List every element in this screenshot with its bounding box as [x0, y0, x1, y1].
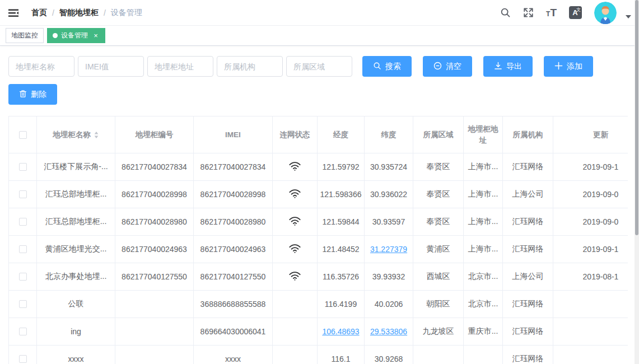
- cell-lat: 30.93597: [365, 208, 413, 236]
- column-header-name[interactable]: 地埋柜名称: [37, 116, 115, 153]
- translate-icon[interactable]: [569, 6, 582, 19]
- cell-text: 121.59844: [322, 217, 359, 226]
- cell-text: 汇珏网络: [512, 299, 544, 309]
- cell-text: 公联: [68, 299, 84, 309]
- cell-region: 奉贤区: [413, 208, 464, 236]
- chevron-down-icon[interactable]: [626, 15, 631, 18]
- column-label: 地埋柜名称: [53, 129, 91, 141]
- cell-lng: 121.59844: [318, 208, 365, 236]
- search-icon: [373, 62, 381, 72]
- cell-text: 2019-08-1: [583, 272, 619, 281]
- coordinate-link[interactable]: 31.227379: [370, 245, 407, 254]
- device-table: 地埋柜名称地埋柜编号IMEI连网状态经度纬度所属区域地埋柜地址所属机构更新 汇珏…: [8, 116, 628, 364]
- column-label: 所属机构: [513, 129, 543, 141]
- cell-text: 116.1: [332, 354, 351, 363]
- clear-button[interactable]: 清空: [423, 56, 472, 77]
- export-button[interactable]: 导出: [483, 56, 533, 77]
- avatar[interactable]: [594, 2, 617, 24]
- select-all-checkbox[interactable]: [19, 131, 27, 139]
- cell-text: 汇珏总部地埋柜...: [45, 217, 107, 227]
- column-header-online: 连网状态: [273, 116, 318, 153]
- cell-imei: 869664030006041: [194, 318, 273, 346]
- sort-icon[interactable]: [94, 131, 99, 139]
- cell-name: 汇珏总部地埋柜...: [37, 208, 115, 236]
- coordinate-link[interactable]: 29.533806: [370, 327, 407, 336]
- navbar-actions: [500, 2, 631, 24]
- add-button[interactable]: 添加: [544, 56, 593, 77]
- vertical-scrollbar[interactable]: [635, 0, 639, 364]
- row-checkbox[interactable]: [19, 328, 27, 335]
- scrollbar-thumb[interactable]: [635, 0, 638, 235]
- cell-lng: 121.48452: [318, 236, 365, 263]
- font-size-icon[interactable]: [546, 7, 557, 18]
- cell-text: 30.9268: [375, 354, 403, 363]
- cell-lat: 30.9268: [365, 346, 413, 364]
- cell-imei: 862177040024963: [194, 236, 273, 263]
- minus-circle-icon: [433, 62, 442, 72]
- row-checkbox[interactable]: [19, 218, 27, 226]
- breadcrumb-home[interactable]: 首页: [31, 8, 47, 18]
- cell-text: 862177040027834: [200, 162, 266, 171]
- coordinate-link[interactable]: 106.48693: [322, 327, 359, 336]
- cabinet-address-input[interactable]: [147, 56, 213, 77]
- table-row: 北京办事处地埋...862177040127550862177040127550…: [9, 263, 628, 291]
- row-checkbox[interactable]: [19, 245, 27, 253]
- cell-org: 汇珏网络: [503, 346, 553, 364]
- tab-device-management[interactable]: 设备管理: [47, 28, 105, 43]
- cell-text: 862177040024963: [122, 245, 187, 254]
- cell-code: 862177040127550: [115, 263, 194, 291]
- cell-address: [464, 346, 503, 364]
- search-button[interactable]: 搜索: [362, 56, 412, 77]
- cell-org: 汇珏网络: [503, 236, 553, 263]
- region-input[interactable]: [286, 56, 352, 77]
- imei-input[interactable]: [78, 56, 144, 77]
- cell-text: 奉贤区: [427, 189, 450, 199]
- cell-name: ing: [37, 318, 115, 346]
- search-icon[interactable]: [500, 7, 511, 18]
- cell-online: [273, 208, 318, 236]
- cell-lat: 30.935724: [365, 153, 413, 181]
- cell-text: 上海公司: [512, 189, 544, 199]
- column-header-region: 所属区域: [413, 116, 464, 153]
- breadcrumb-module[interactable]: 智能地埋柜: [59, 8, 99, 18]
- row-checkbox[interactable]: [19, 190, 27, 198]
- organization-input[interactable]: [217, 56, 283, 77]
- cell-address: 上海市...: [464, 181, 503, 208]
- cell-text: 重庆市...: [468, 326, 498, 337]
- row-checkbox[interactable]: [19, 163, 27, 171]
- cabinet-name-input[interactable]: [8, 56, 74, 77]
- cell-address: 上海市...: [464, 236, 503, 263]
- cell-text: 奉贤区: [427, 162, 450, 172]
- cell-text: 汇珏网络: [512, 354, 544, 364]
- cell-name: 公联: [37, 291, 115, 318]
- cell-lat: 31.227379: [365, 236, 413, 263]
- cell-text: 北京市...: [468, 272, 498, 282]
- cell-text: 北京办事处地埋...: [45, 272, 107, 282]
- cell-online: [273, 346, 318, 364]
- cell-text: 121.598366: [320, 190, 362, 199]
- filter-row: 搜索 清空 导出: [8, 56, 631, 77]
- clear-button-label: 清空: [446, 62, 461, 72]
- cell-org: 汇珏网络: [503, 153, 553, 181]
- row-checkbox[interactable]: [19, 355, 27, 363]
- row-checkbox[interactable]: [19, 273, 27, 281]
- cell-region: 奉贤区: [413, 181, 464, 208]
- cell-imei: 862177040027834: [194, 153, 273, 181]
- cell-text: 121.59792: [322, 162, 359, 171]
- download-icon: [494, 62, 502, 72]
- close-icon[interactable]: [92, 32, 100, 40]
- column-header-address: 地埋柜地址: [464, 116, 503, 153]
- cell-text: 上海市...: [468, 217, 498, 227]
- row-checkbox[interactable]: [19, 300, 27, 308]
- cell-text: 40.0206: [375, 300, 403, 309]
- delete-button[interactable]: 删除: [8, 84, 57, 105]
- cell-name: xxxx: [37, 346, 115, 364]
- cell-text: ing: [71, 327, 81, 336]
- cell-text: 西城区: [427, 272, 450, 282]
- tab-map-monitor[interactable]: 地图监控: [6, 28, 44, 43]
- column-header-select: [9, 116, 37, 153]
- cell-name: 黄浦区地埋光交...: [37, 236, 115, 263]
- fullscreen-icon[interactable]: [523, 7, 534, 18]
- sidebar-toggle-icon[interactable]: [8, 7, 19, 18]
- cell-select: [9, 208, 37, 236]
